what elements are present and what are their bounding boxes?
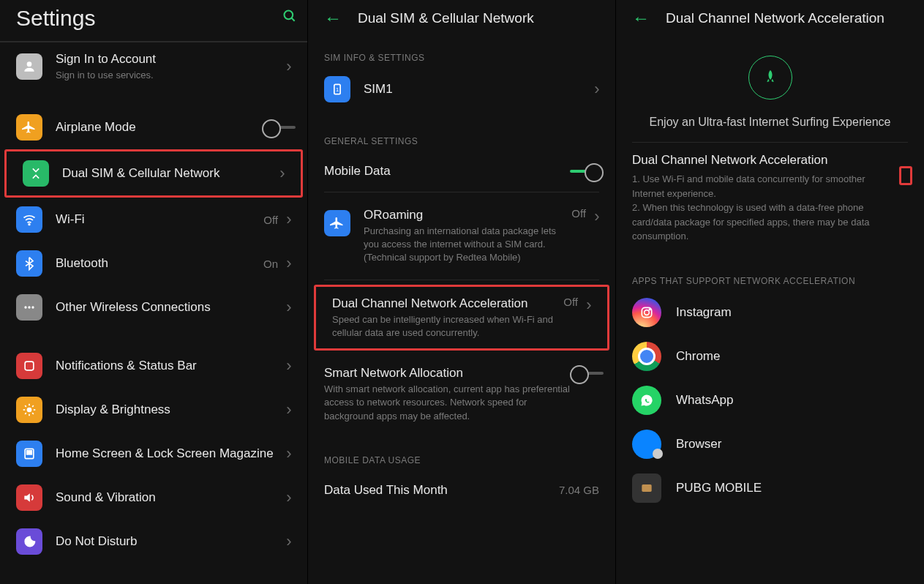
app-instagram[interactable]: Instagram	[616, 291, 924, 334]
svg-rect-18	[27, 451, 32, 454]
svg-line-13	[25, 405, 26, 407]
sim-card-icon: 1	[324, 76, 350, 102]
chevron-right-icon: ›	[276, 164, 289, 183]
app-whatsapp[interactable]: WhatsApp	[616, 378, 924, 422]
svg-line-14	[32, 413, 34, 414]
page-title: Dual SIM & Cellular Network	[358, 10, 534, 26]
chevron-right-icon: ›	[282, 444, 296, 463]
dual-sim-row[interactable]: Dual SIM & Cellular Network ›	[4, 149, 303, 198]
smart-network-label: Smart Network Allocation	[324, 365, 570, 381]
airplane-label: Airplane Mode	[56, 119, 262, 135]
app-pubg[interactable]: PUBG MOBILE	[616, 466, 924, 510]
pubg-icon	[632, 473, 661, 503]
airplane-mode-row[interactable]: Airplane Mode	[0, 105, 307, 149]
bluetooth-label: Bluetooth	[56, 255, 263, 272]
svg-line-15	[25, 413, 26, 414]
chevron-right-icon: ›	[282, 488, 296, 507]
back-icon[interactable]: ←	[632, 8, 650, 29]
section-general: GENERAL SETTINGS	[308, 111, 615, 151]
other-wireless-icon	[16, 294, 42, 321]
sim-icon	[23, 160, 49, 187]
instagram-icon	[632, 298, 661, 327]
chevron-right-icon: ›	[282, 400, 296, 419]
search-icon[interactable]	[282, 9, 297, 28]
app-label: Browser	[676, 437, 721, 452]
chevron-right-icon: ›	[282, 57, 296, 76]
sound-row[interactable]: Sound & Vibration ›	[0, 476, 307, 520]
svg-point-0	[285, 11, 293, 20]
svg-point-4	[24, 307, 26, 309]
dcna-desc: 1. Use Wi-Fi and mobile data concurrentl…	[632, 172, 899, 244]
svg-line-1	[292, 18, 295, 21]
settings-screen: Settings Sign In to Account Sign in to u…	[0, 0, 308, 584]
svg-rect-7	[25, 362, 34, 370]
display-row[interactable]: Display & Brightness ›	[0, 388, 307, 432]
smart-network-row[interactable]: Smart Network Allocation With smart netw…	[308, 355, 615, 433]
smart-network-toggle[interactable]	[570, 365, 604, 381]
sign-in-sub: Sign in to use services.	[56, 69, 282, 82]
bluetooth-value: On	[263, 258, 278, 270]
data-used-label: Data Used This Month	[324, 482, 559, 498]
smart-network-sub: With smart network allocation, current a…	[324, 383, 570, 423]
brightness-icon	[16, 397, 42, 423]
dcna-sub: Speed can be intelligently increased whe…	[332, 313, 563, 340]
rocket-icon	[763, 67, 778, 88]
sim1-label: SIM1	[364, 81, 590, 97]
app-browser[interactable]: Browser	[616, 422, 924, 466]
dcna-label: Dual Channel Network Acceleration	[332, 296, 563, 312]
sign-in-row[interactable]: Sign In to Account Sign in to use servic…	[0, 42, 307, 91]
wifi-icon	[16, 206, 42, 233]
mobile-data-label: Mobile Data	[324, 163, 570, 179]
oroaming-sub: Purchasing an international data package…	[364, 225, 571, 265]
section-usage: MOBILE DATA USAGE	[308, 433, 615, 470]
svg-line-16	[32, 405, 34, 407]
sim1-row[interactable]: 1 SIM1 ›	[308, 67, 615, 111]
mobile-data-row[interactable]: Mobile Data	[308, 151, 615, 192]
airplane-toggle[interactable]	[262, 119, 296, 135]
chevron-right-icon: ›	[590, 80, 604, 99]
chevron-right-icon: ›	[282, 254, 296, 273]
dnd-row[interactable]: Do Not Disturb ›	[0, 520, 307, 564]
oroaming-row[interactable]: ORoaming Purchasing an international dat…	[308, 192, 615, 280]
bluetooth-row[interactable]: Bluetooth On ›	[0, 242, 307, 285]
airplane-icon	[16, 114, 42, 141]
svg-point-8	[27, 408, 32, 413]
svg-point-23	[649, 309, 650, 310]
svg-point-2	[27, 61, 32, 67]
bluetooth-icon	[16, 250, 42, 277]
chevron-right-icon: ›	[282, 298, 296, 317]
back-icon[interactable]: ←	[324, 8, 342, 29]
account-icon	[16, 53, 42, 80]
chevron-right-icon: ›	[590, 207, 604, 226]
sign-in-label: Sign In to Account	[56, 51, 282, 67]
svg-point-22	[645, 310, 650, 315]
wifi-label: Wi-Fi	[56, 211, 263, 228]
home-screen-icon	[16, 441, 42, 467]
mobile-data-toggle[interactable]	[570, 163, 604, 179]
data-used-row[interactable]: Data Used This Month 7.04 GB	[308, 470, 615, 511]
dnd-label: Do Not Disturb	[56, 534, 282, 550]
chrome-icon	[632, 342, 661, 371]
dcna-setting-row: Dual Channel Network Acceleration 1. Use…	[616, 143, 924, 254]
sound-label: Sound & Vibration	[56, 490, 282, 506]
browser-icon	[632, 430, 661, 459]
dcna-screen: ← Dual Channel Network Acceleration Enjo…	[616, 0, 924, 584]
dual-sim-screen: ← Dual SIM & Cellular Network SIM INFO &…	[308, 0, 616, 584]
other-wireless-row[interactable]: Other Wireless Connections ›	[0, 285, 307, 329]
dual-sim-label: Dual SIM & Cellular Network	[62, 165, 276, 181]
section-sim-info: SIM INFO & SETTINGS	[308, 37, 615, 67]
airplane-icon	[324, 210, 350, 236]
svg-point-3	[29, 224, 30, 225]
rocket-circle	[748, 56, 792, 100]
dcna-row[interactable]: Dual Channel Network Acceleration Speed …	[314, 285, 609, 351]
wifi-row[interactable]: Wi-Fi Off ›	[0, 198, 307, 242]
notifications-label: Notifications & Status Bar	[56, 358, 282, 374]
other-wireless-label: Other Wireless Connections	[56, 299, 282, 315]
notifications-row[interactable]: Notifications & Status Bar ›	[0, 344, 307, 388]
dnd-icon	[16, 528, 42, 555]
section-apps: APPS THAT SUPPORT NETWORK ACCELERATION	[616, 254, 924, 291]
svg-point-5	[28, 307, 30, 309]
oroaming-label: ORoaming	[364, 207, 571, 223]
app-chrome[interactable]: Chrome	[616, 334, 924, 378]
home-screen-row[interactable]: Home Screen & Lock Screen Magazine ›	[0, 432, 307, 476]
